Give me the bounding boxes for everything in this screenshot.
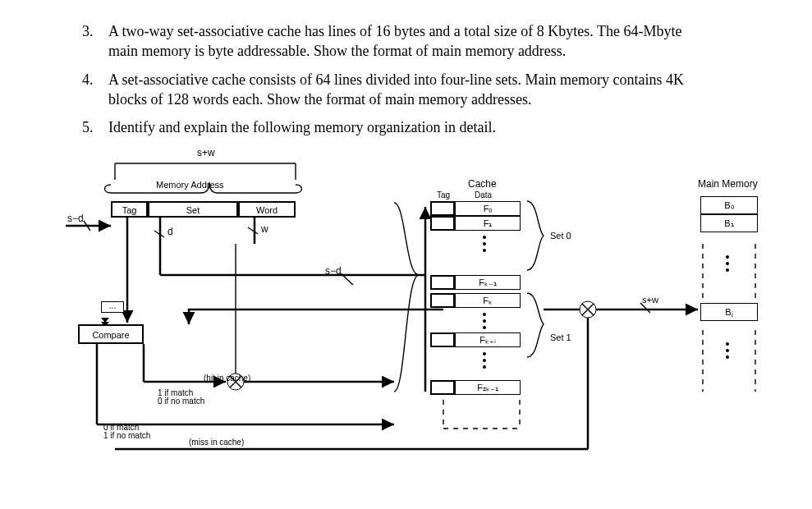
- Fk+i: Fₖ₊ᵢ: [455, 332, 521, 347]
- hit-in-cache: (hit in cache): [204, 374, 250, 383]
- B1: B₁: [700, 214, 758, 232]
- Bj: Bⱼ: [700, 303, 758, 321]
- set0-label: Set 0: [550, 231, 571, 241]
- svg-line-8: [248, 227, 258, 234]
- cache-tag-hdr: Tag: [437, 190, 450, 199]
- Fk-1: Fₖ₋₁: [455, 275, 521, 290]
- B0: B₀: [700, 196, 758, 214]
- q4-text: A set-associative cache consists of 64 l…: [108, 70, 779, 110]
- F1: F₁: [455, 216, 521, 231]
- mem-addr-title: Memory Address: [156, 180, 224, 190]
- width-sw-top: s+w: [197, 147, 215, 158]
- sw-right: s+w: [642, 295, 658, 305]
- cache-diagram: s+w Memory Address Tag Set Word s−d d w …: [66, 145, 780, 457]
- F0: F₀: [455, 201, 521, 216]
- miss-1: 1 if no match: [103, 431, 150, 440]
- d-label: d: [167, 226, 173, 237]
- addr-set: Set: [148, 201, 238, 218]
- miss-in-cache: (miss in cache): [189, 438, 244, 447]
- hit-0: 0 if no match: [158, 397, 204, 406]
- sd-label2: s−d: [325, 265, 342, 277]
- ellipsis-box: ...: [101, 301, 124, 313]
- addr-tag: Tag: [111, 201, 148, 218]
- cache-data-hdr: Data: [475, 190, 492, 199]
- q5-num: 5.: [82, 117, 108, 137]
- q5-text: Identify and explain the following memor…: [108, 117, 779, 137]
- q3-num: 3.: [82, 21, 108, 62]
- q3-text: A two-way set-associative cache has line…: [108, 21, 779, 62]
- F2k-1: F₂ₖ₋₁: [455, 380, 521, 395]
- q4-num: 4.: [82, 70, 108, 110]
- addr-word: Word: [238, 201, 296, 218]
- set1-label: Set 1: [550, 332, 571, 342]
- sd-label: s−d: [67, 213, 84, 224]
- compare-box: Compare: [78, 324, 144, 344]
- Fk: Fₖ: [455, 293, 521, 308]
- cache-title: Cache: [468, 178, 497, 190]
- w-label: w: [261, 223, 268, 235]
- mm-title: Main Memory: [698, 178, 758, 190]
